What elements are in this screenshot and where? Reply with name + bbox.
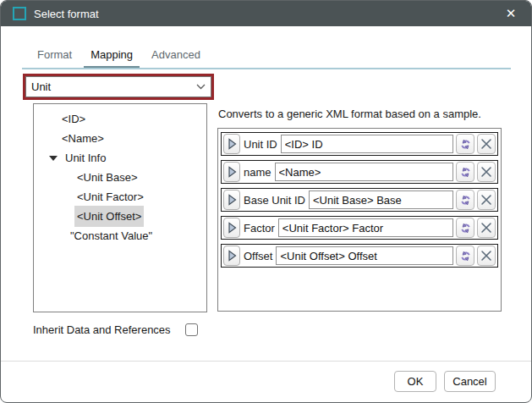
ok-button[interactable]: OK xyxy=(394,371,436,392)
format-dropdown-value: Unit xyxy=(31,80,51,93)
format-dropdown-highlight: Unit xyxy=(23,74,214,100)
sync-mapping-icon xyxy=(459,250,472,262)
map-sync-button[interactable] xyxy=(456,162,474,182)
mapping-rows-panel: Unit ID name xyxy=(217,128,502,312)
sync-mapping-icon xyxy=(459,166,472,179)
close-icon: ✕ xyxy=(506,6,517,21)
tree-item-label: <Name> xyxy=(59,128,107,149)
select-format-dialog: Select format ✕ Format Mapping Advanced … xyxy=(0,0,532,403)
tab-mapping[interactable]: Mapping xyxy=(84,45,140,64)
map-sync-button[interactable] xyxy=(456,134,474,154)
play-triangle-icon xyxy=(228,222,237,234)
mapping-value-input[interactable] xyxy=(309,190,453,209)
map-sync-button[interactable] xyxy=(456,190,474,210)
mapping-value-input[interactable] xyxy=(276,246,453,265)
expand-row-button[interactable] xyxy=(223,218,240,238)
tree-item-label: <ID> xyxy=(59,108,88,130)
delete-x-icon xyxy=(480,194,492,206)
inherit-checkbox[interactable] xyxy=(185,323,198,336)
tab-format[interactable]: Format xyxy=(30,45,79,64)
mapping-row: Unit ID xyxy=(221,132,498,156)
tree-item[interactable]: <Unit Offset> xyxy=(34,207,206,226)
delete-x-icon xyxy=(480,138,492,150)
tree-item[interactable]: <Unit Base> xyxy=(34,168,206,187)
sync-mapping-icon xyxy=(459,194,472,207)
triangle-down-icon xyxy=(49,156,58,161)
expand-row-button[interactable] xyxy=(223,134,240,154)
cancel-button[interactable]: Cancel xyxy=(444,371,496,392)
chevron-down-icon xyxy=(196,84,206,90)
tree-item[interactable]: <Name> xyxy=(34,129,206,148)
tab-divider-line xyxy=(22,68,511,69)
map-sync-button[interactable] xyxy=(456,246,474,266)
tree-item-label: <Unit Base> xyxy=(74,167,140,188)
mapping-value-input[interactable] xyxy=(281,135,453,153)
tab-bar: Format Mapping Advanced xyxy=(30,45,212,64)
mapping-row: Base Unit ID xyxy=(221,188,498,212)
title-bar: Select format ✕ xyxy=(1,1,531,26)
mapping-row: name xyxy=(221,160,498,184)
tree-item-label: <Unit Offset> xyxy=(74,206,144,227)
close-button[interactable]: ✕ xyxy=(496,1,526,26)
mapping-value-input[interactable] xyxy=(275,163,453,181)
delete-x-icon xyxy=(480,222,492,234)
mapping-row-label: Base Unit ID xyxy=(244,194,305,207)
mapping-row-label: Factor xyxy=(244,222,275,235)
footer-divider xyxy=(1,361,531,362)
map-delete-button[interactable] xyxy=(477,162,496,182)
delete-x-icon xyxy=(480,250,492,262)
tree-item[interactable]: <ID> xyxy=(34,109,206,129)
app-icon xyxy=(13,7,26,20)
delete-x-icon xyxy=(480,166,492,178)
expand-row-button[interactable] xyxy=(223,246,240,266)
map-sync-button[interactable] xyxy=(456,218,474,238)
mapping-value-input[interactable] xyxy=(278,218,453,237)
mapping-row: Offset xyxy=(221,244,498,268)
play-triangle-icon xyxy=(228,194,237,206)
play-triangle-icon xyxy=(228,250,237,262)
format-dropdown[interactable]: Unit xyxy=(25,76,211,97)
expand-row-button[interactable] xyxy=(223,162,240,182)
tree-item[interactable]: <Unit Factor> xyxy=(34,187,206,207)
tab-advanced[interactable]: Advanced xyxy=(145,45,207,64)
inherit-label: Inherit Data and References xyxy=(33,323,171,336)
tree-item-label: Unit Info xyxy=(63,147,108,168)
mapping-description: Converts to a generic XML format based o… xyxy=(218,108,506,120)
expand-row-button[interactable] xyxy=(223,190,240,210)
mapping-row: Factor xyxy=(221,216,498,240)
play-triangle-icon xyxy=(228,138,237,150)
mapping-row-label: Unit ID xyxy=(244,138,277,151)
map-delete-button[interactable] xyxy=(477,218,496,238)
mapping-row-label: name xyxy=(244,166,271,179)
tree-item[interactable]: "Constant Value" xyxy=(34,226,206,246)
sync-mapping-icon xyxy=(459,138,472,151)
play-triangle-icon xyxy=(228,166,237,178)
tree-item-label: "Constant Value" xyxy=(68,225,155,246)
map-delete-button[interactable] xyxy=(477,134,496,154)
sync-mapping-icon xyxy=(459,222,472,235)
map-delete-button[interactable] xyxy=(477,190,496,210)
tree-item-label: <Unit Factor> xyxy=(74,186,146,207)
sample-tree: <ID> <Name> Unit Info <Unit Base> <Unit … xyxy=(33,103,207,312)
map-delete-button[interactable] xyxy=(477,246,496,266)
mapping-row-label: Offset xyxy=(244,250,272,262)
window-title: Select format xyxy=(34,8,99,20)
tree-item[interactable]: Unit Info xyxy=(34,148,206,168)
inherit-row: Inherit Data and References xyxy=(33,323,198,336)
